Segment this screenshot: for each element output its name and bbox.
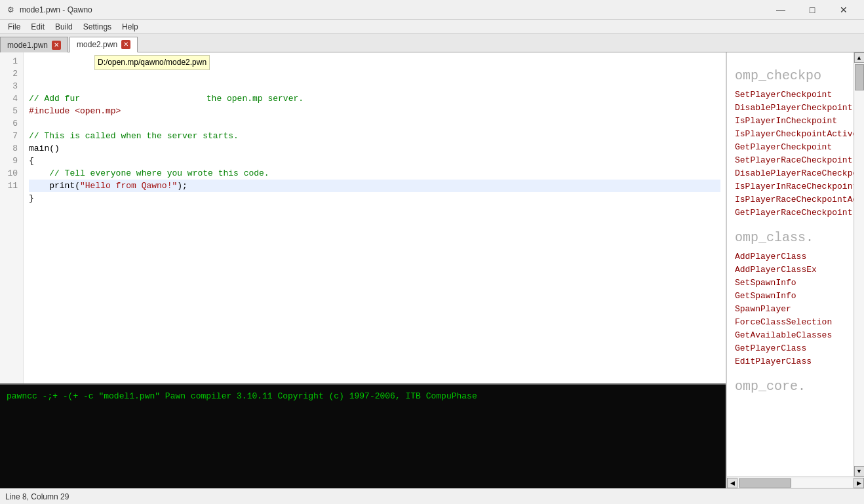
tooltip-path: D:/open.mp/qawno/mode2.pwn	[94, 55, 210, 70]
api-item-1-3[interactable]: GetSpawnInfo	[735, 290, 846, 303]
code-line-1: // Add fur the open.mp server.	[29, 92, 720, 105]
right-scrollbar: ▲ ▼	[854, 52, 864, 476]
tab-close-1[interactable]: ✕	[121, 40, 130, 49]
tab-1[interactable]: mode2.pwn✕	[69, 37, 138, 52]
main-layout: 1 2 3 4 5 6 7 8 9 10 11 D:/open.mp/qawno…	[0, 52, 864, 488]
code-line-5: main()	[29, 142, 720, 155]
api-item-0-0[interactable]: SetPlayerCheckpoint	[735, 88, 846, 102]
title-bar: ⚙ mode1.pwn - Qawno — □ ✕	[0, 0, 864, 20]
api-item-0-3[interactable]: IsPlayerCheckpointActive	[735, 128, 846, 141]
app-icon: ⚙	[5, 5, 16, 15]
editor-container: 1 2 3 4 5 6 7 8 9 10 11 D:/open.mp/qawno…	[0, 52, 726, 488]
right-content[interactable]: omp_checkpoSetPlayerCheckpointDisablePla…	[727, 52, 854, 476]
api-item-0-2[interactable]: IsPlayerInCheckpoint	[735, 115, 846, 128]
title-controls: — □ ✕	[766, 0, 859, 20]
menu-item-file[interactable]: File	[3, 21, 26, 33]
api-item-1-5[interactable]: ForceClassSelection	[735, 316, 846, 329]
tab-0[interactable]: mode1.pwn✕	[0, 37, 68, 52]
api-item-0-4[interactable]: GetPlayerCheckpoint	[735, 141, 846, 154]
menu-item-edit[interactable]: Edit	[26, 21, 50, 33]
menu-item-help[interactable]: Help	[117, 21, 144, 33]
code-line-9: }	[29, 192, 720, 204]
api-item-1-1[interactable]: AddPlayerClassEx	[735, 263, 846, 277]
menu-bar: FileEditBuildSettingsHelp	[0, 20, 864, 34]
scroll-thumb[interactable]	[855, 64, 864, 90]
right-panel: omp_checkpoSetPlayerCheckpointDisablePla…	[726, 52, 864, 488]
api-item-0-5[interactable]: SetPlayerRaceCheckpoint	[735, 154, 846, 167]
code-line-11	[29, 217, 720, 229]
minimize-button[interactable]: —	[766, 0, 796, 20]
tab-label-1: mode2.pwn	[77, 40, 117, 49]
api-item-0-1[interactable]: DisablePlayerCheckpoint	[735, 102, 846, 115]
api-section-header-2: omp_core.	[735, 379, 846, 394]
scroll-left-arrow[interactable]: ◀	[727, 478, 737, 488]
api-section-header-1: omp_class.	[735, 230, 846, 245]
tab-bar: mode1.pwn✕mode2.pwn✕	[0, 34, 864, 52]
api-item-0-6[interactable]: DisablePlayerRaceCheckpoin	[735, 167, 846, 180]
scroll-up-arrow[interactable]: ▲	[854, 52, 865, 63]
api-item-0-8[interactable]: IsPlayerRaceCheckpointActi	[735, 193, 846, 206]
api-item-1-4[interactable]: SpawnPlayer	[735, 303, 846, 316]
menu-item-settings[interactable]: Settings	[78, 21, 117, 33]
api-item-1-6[interactable]: GetAvailableClasses	[735, 329, 846, 342]
menu-item-build[interactable]: Build	[50, 21, 78, 33]
code-line-8: print("Hello from Qawno!");	[29, 180, 720, 192]
api-item-1-7[interactable]: GetPlayerClass	[735, 342, 846, 355]
api-section-header-0: omp_checkpo	[735, 68, 846, 83]
api-item-1-8[interactable]: EditPlayerClass	[735, 355, 846, 368]
code-line-4: // This is called when the server starts…	[29, 130, 720, 142]
scroll-track	[855, 63, 864, 466]
code-line-7: // Tell everyone where you wrote this co…	[29, 167, 720, 180]
maximize-button[interactable]: □	[797, 0, 827, 20]
right-bottom-scrollbar: ◀ ▶	[727, 476, 864, 488]
tab-close-0[interactable]: ✕	[52, 41, 61, 50]
scroll-right-arrow[interactable]: ▶	[854, 478, 864, 488]
api-item-1-2[interactable]: SetSpawnInfo	[735, 277, 846, 290]
status-bar: Line 8, Column 29	[0, 488, 864, 504]
code-line-10	[29, 204, 720, 217]
right-scrollbar-area: omp_checkpoSetPlayerCheckpointDisablePla…	[727, 52, 864, 476]
output-area[interactable]: pawncc -;+ -(+ -c "model1.pwn" Pawn comp…	[0, 383, 726, 488]
title-text: mode1.pwn - Qawno	[20, 5, 766, 14]
code-line-3	[29, 117, 720, 130]
scroll-down-arrow[interactable]: ▼	[854, 466, 865, 476]
code-content[interactable]: D:/open.mp/qawno/mode2.pwn // Add fur th…	[24, 52, 726, 383]
status-text: Line 8, Column 29	[5, 492, 69, 501]
api-item-1-0[interactable]: AddPlayerClass	[735, 250, 846, 263]
line-numbers: 1 2 3 4 5 6 7 8 9 10 11	[0, 52, 24, 383]
code-line-6: {	[29, 155, 720, 167]
api-item-0-9[interactable]: GetPlayerRaceCheckpoint	[735, 206, 846, 220]
scroll-h-track	[737, 478, 854, 488]
tab-label-0: mode1.pwn	[7, 41, 48, 50]
close-button[interactable]: ✕	[829, 0, 859, 20]
code-line-2: #include <open.mp>	[29, 105, 720, 117]
code-area[interactable]: 1 2 3 4 5 6 7 8 9 10 11 D:/open.mp/qawno…	[0, 52, 726, 383]
scroll-h-thumb[interactable]	[739, 478, 791, 488]
api-item-0-7[interactable]: IsPlayerInRaceCheckpoint	[735, 180, 846, 193]
